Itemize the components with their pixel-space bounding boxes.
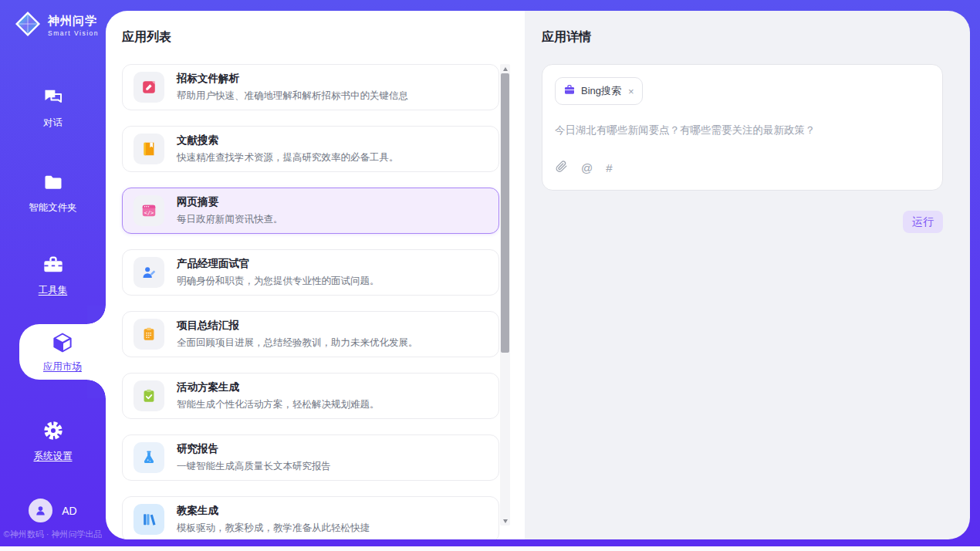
app-card-literature-search[interactable]: 文献搜索 快速精准查找学术资源，提高研究效率的必备工具。 xyxy=(122,126,499,172)
app-card-title: 文献搜索 xyxy=(177,134,399,147)
app-card-title: 项目总结汇报 xyxy=(177,319,418,333)
app-card-project-summary[interactable]: 项目总结汇报 全面回顾项目进展，总结经验教训，助力未来优化发展。 xyxy=(122,311,499,357)
gear-icon xyxy=(42,420,64,445)
paperclip-icon[interactable] xyxy=(555,160,568,176)
app-card-desc: 全面回顾项目进展，总结经验教训，助力未来优化发展。 xyxy=(177,336,418,350)
app-subtitle: Smart Vision xyxy=(48,29,99,37)
books-icon xyxy=(133,504,164,535)
doc-edit-icon xyxy=(133,72,164,103)
clipboard-check-icon xyxy=(133,380,164,411)
hash-icon[interactable]: # xyxy=(606,162,612,174)
app-card-title: 活动方案生成 xyxy=(177,380,380,394)
app-card-title: 网页摘要 xyxy=(177,195,283,209)
sidebar-item-label: 对话 xyxy=(43,117,63,130)
scroll-down-icon[interactable] xyxy=(500,517,510,525)
folder-icon xyxy=(42,171,64,196)
scrollbar-thumb[interactable] xyxy=(501,73,509,353)
sidebar-item-label: 工具集 xyxy=(39,284,68,297)
interviewer-icon xyxy=(133,257,164,288)
app-card-desc: 模板驱动，教案秒成，教学准备从此轻松快捷 xyxy=(177,522,370,535)
app-card-lesson-plan[interactable]: 教案生成 模板驱动，教案秒成，教学准备从此轻松快捷 xyxy=(122,496,499,539)
app-detail-panel: 应用详情 Bing搜索 × 今日湖北有哪些新闻要点？有哪些需要关注的最新政策？ xyxy=(525,11,970,539)
app-card-desc: 快速精准查找学术资源，提高研究效率的必备工具。 xyxy=(177,151,399,164)
app-title: 神州问学 xyxy=(48,14,99,29)
sidebar-item-chat[interactable]: 对话 xyxy=(0,86,106,130)
logo-diamond-icon xyxy=(14,10,42,41)
bottom-edge-strip xyxy=(0,546,980,551)
sidebar-item-toolset[interactable]: 工具集 xyxy=(0,254,106,297)
sidebar-item-app-market[interactable]: 应用市场 xyxy=(19,324,106,380)
app-detail-title: 应用详情 xyxy=(542,29,943,44)
content-area: 应用列表 招标文件解析 帮助用户快速、准确地理解和解析招标书中的关键信息 xyxy=(106,11,970,539)
app-list-title: 应用列表 xyxy=(122,29,525,44)
app-card-list: 招标文件解析 帮助用户快速、准确地理解和解析招标书中的关键信息 文献搜索 快速精… xyxy=(122,64,499,539)
app-card-bid-parse[interactable]: 招标文件解析 帮助用户快速、准确地理解和解析招标书中的关键信息 xyxy=(122,64,499,110)
clipboard-icon xyxy=(133,319,164,350)
app-card-desc: 一键智能生成高质量长文本研究报告 xyxy=(177,460,331,473)
bubble-fillet-top xyxy=(87,306,106,324)
app-card-desc: 智能生成个性化活动方案，轻松解决规划难题。 xyxy=(177,398,380,411)
app-card-desc: 明确身份和职责，为您提供专业性的面试问题。 xyxy=(177,275,380,288)
book-icon xyxy=(133,134,164,164)
cube-icon xyxy=(51,331,74,357)
app-card-desc: 帮助用户快速、准确地理解和解析招标书中的关键信息 xyxy=(177,90,408,103)
sidebar-item-smart-folder[interactable]: 智能文件夹 xyxy=(0,171,106,215)
browser-code-icon: </> xyxy=(133,195,164,226)
user-account[interactable]: AD xyxy=(0,499,106,522)
app-card-desc: 每日政府新闻资讯快查。 xyxy=(177,213,283,226)
prompt-composer-card: Bing搜索 × 今日湖北有哪些新闻要点？有哪些需要关注的最新政策？ @ # xyxy=(542,64,943,191)
avatar xyxy=(29,499,52,522)
at-mention-icon[interactable]: @ xyxy=(581,162,593,174)
user-label: AD xyxy=(62,505,76,517)
query-input[interactable]: 今日湖北有哪些新闻要点？有哪些需要关注的最新政策？ xyxy=(555,123,930,160)
app-card-title: 招标文件解析 xyxy=(177,72,408,86)
close-icon[interactable]: × xyxy=(628,86,634,96)
tool-tag-label: Bing搜索 xyxy=(581,84,621,98)
composer-toolbar: @ # xyxy=(555,160,930,176)
app-card-research-report[interactable]: 研究报告 一键智能生成高质量长文本研究报告 xyxy=(122,434,499,481)
sidebar-item-label: 系统设置 xyxy=(34,450,73,463)
app-card-title: 教案生成 xyxy=(177,504,370,518)
briefcase-icon xyxy=(563,83,576,99)
app-card-title: 产品经理面试官 xyxy=(177,257,380,271)
sidebar-item-label: 智能文件夹 xyxy=(29,201,77,215)
app-card-web-summary[interactable]: </> 网页摘要 每日政府新闻资讯快查。 xyxy=(122,188,499,234)
sidebar-item-settings[interactable]: 系统设置 xyxy=(0,420,106,463)
flask-icon xyxy=(133,442,164,473)
app-list-panel: 应用列表 招标文件解析 帮助用户快速、准确地理解和解析招标书中的关键信息 xyxy=(106,11,525,539)
copyright-text: ©神州数码 · 神州问学出品 xyxy=(0,529,106,540)
list-scrollbar[interactable] xyxy=(500,64,510,526)
chat-icon xyxy=(42,86,64,111)
app-card-pm-interviewer[interactable]: 产品经理面试官 明确身份和职责，为您提供专业性的面试问题。 xyxy=(122,249,499,296)
bubble-fillet-bottom xyxy=(87,380,106,398)
app-card-title: 研究报告 xyxy=(177,442,331,456)
tool-tag-bing-search[interactable]: Bing搜索 × xyxy=(555,77,643,105)
sidebar: 神州问学 Smart Vision 对话 智能文件夹 xyxy=(0,0,106,551)
app-logo: 神州问学 Smart Vision xyxy=(14,10,99,41)
svg-text:</>: </> xyxy=(144,210,154,216)
scroll-up-icon[interactable] xyxy=(500,65,510,73)
app-card-event-plan[interactable]: 活动方案生成 智能生成个性化活动方案，轻松解决规划难题。 xyxy=(122,373,499,419)
toolbox-icon xyxy=(42,254,64,279)
run-button[interactable]: 运行 xyxy=(903,211,943,233)
sidebar-item-label: 应用市场 xyxy=(43,360,82,374)
